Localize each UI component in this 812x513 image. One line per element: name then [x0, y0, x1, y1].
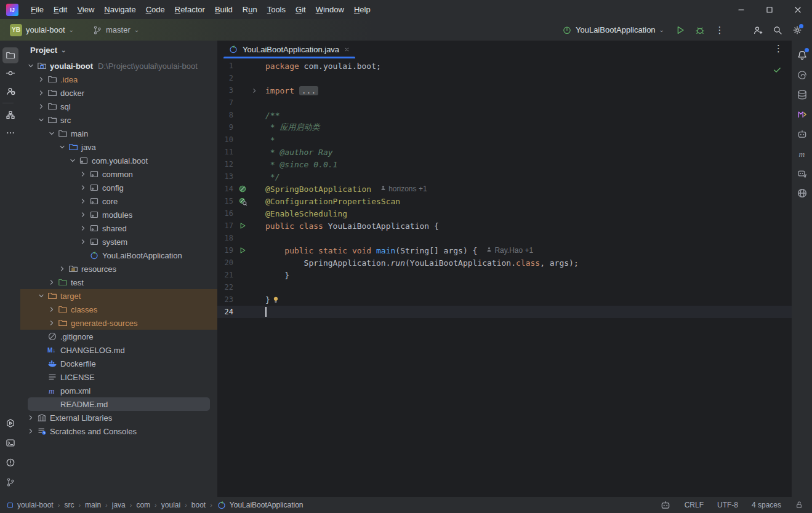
tree-row[interactable]: target — [20, 289, 217, 303]
maximize-button[interactable] — [755, 0, 784, 19]
spring-bean-icon[interactable] — [236, 185, 249, 193]
menu-item-window[interactable]: Window — [311, 2, 349, 17]
code-line[interactable]: 20 SpringApplication.run(YouLaiBootAppli… — [217, 256, 792, 269]
code-author-hint[interactable]: horizons +1 — [380, 185, 427, 193]
menu-item-code[interactable]: Code — [141, 2, 170, 17]
chevron-right-icon[interactable] — [57, 264, 67, 274]
chevron-down-icon[interactable] — [36, 115, 46, 125]
tree-row[interactable]: common — [20, 167, 217, 181]
chevron-down-icon[interactable] — [36, 291, 46, 301]
code-line[interactable]: 17public class YouLaiBootApplication { — [217, 220, 792, 232]
code-line[interactable]: 23} — [217, 293, 792, 306]
tree-row[interactable]: LICENSE — [20, 370, 217, 384]
code-with-me-button[interactable] — [749, 22, 766, 38]
tree-row[interactable]: youlai-bootD:\Project\youlai\youlai-boot — [20, 59, 217, 73]
chevron-down-icon[interactable] — [57, 142, 67, 152]
code-line[interactable]: 14@SpringBootApplicationhorizons +1 — [217, 183, 792, 195]
spring-scan-icon[interactable] — [236, 197, 249, 206]
line-ending-widget[interactable]: CRLF — [685, 501, 704, 509]
chevron-down-icon[interactable] — [25, 61, 36, 71]
menu-item-run[interactable]: Run — [238, 2, 262, 17]
debug-button[interactable] — [691, 22, 709, 38]
tool-stripe-git-branch-button[interactable] — [2, 474, 18, 490]
tool-stripe-ai-robot-button[interactable] — [794, 126, 810, 142]
breadcrumb-item[interactable]: boot — [191, 501, 206, 509]
close-button[interactable] — [784, 0, 812, 19]
tool-stripe-terminal-button[interactable] — [2, 435, 18, 451]
breadcrumb-item[interactable]: main — [85, 501, 101, 509]
code-line[interactable]: 22 — [217, 281, 792, 293]
breadcrumb-item[interactable]: java — [112, 501, 126, 509]
fold-chevron-icon[interactable] — [249, 87, 259, 95]
code-line[interactable]: 8/** — [217, 109, 792, 121]
code-line[interactable]: 16@EnableScheduling — [217, 207, 792, 220]
run-button[interactable] — [672, 22, 689, 38]
chevron-right-icon[interactable] — [46, 304, 57, 314]
code-line[interactable]: 18 — [217, 232, 792, 244]
tree-row[interactable]: classes — [20, 303, 217, 316]
encoding-widget[interactable]: UTF-8 — [717, 501, 738, 509]
chevron-right-icon[interactable] — [25, 413, 36, 423]
menu-item-help[interactable]: Help — [349, 2, 376, 17]
project-panel-header[interactable]: Project ⌄ — [20, 41, 217, 59]
code-editor[interactable]: 1package com.youlai.boot;23import ...78/… — [217, 60, 792, 497]
code-line[interactable]: 7 — [217, 97, 792, 109]
menu-item-build[interactable]: Build — [210, 2, 238, 17]
vcs-branch-widget[interactable]: master ⌄ — [87, 23, 144, 37]
lock-open-icon[interactable] — [795, 501, 803, 509]
search-everywhere-button[interactable] — [769, 22, 786, 38]
tool-stripe-problems-button[interactable] — [2, 455, 18, 471]
tree-row[interactable]: system — [20, 235, 217, 249]
more-actions-button[interactable]: ⋮ — [711, 22, 728, 38]
chevron-right-icon[interactable] — [78, 237, 88, 247]
chevron-right-icon[interactable] — [46, 318, 57, 328]
settings-button[interactable] — [789, 22, 806, 38]
tree-row[interactable]: modules — [20, 208, 217, 221]
menu-item-view[interactable]: View — [72, 2, 99, 17]
code-line[interactable]: 21 } — [217, 269, 792, 281]
tree-row[interactable]: M↓CHANGELOG.md — [20, 343, 217, 357]
intention-lightbulb-icon[interactable] — [271, 295, 280, 304]
tree-row[interactable]: com.youlai.boot — [20, 154, 217, 167]
menu-item-refactor[interactable]: Refactor — [170, 2, 210, 17]
project-widget[interactable]: YB youlai-boot ⌄ — [5, 22, 79, 38]
tree-row[interactable]: External Libraries — [20, 411, 217, 424]
tree-row[interactable]: docker — [20, 86, 217, 100]
breadcrumb-item[interactable]: youlai — [161, 501, 180, 509]
tree-row[interactable]: shared — [20, 221, 217, 235]
menu-item-navigate[interactable]: Navigate — [99, 2, 140, 17]
tree-row[interactable]: resources — [20, 262, 217, 276]
code-line[interactable]: 12 * @since 0.0.1 — [217, 158, 792, 170]
breadcrumb-item[interactable]: com — [136, 501, 150, 509]
chevron-right-icon[interactable] — [78, 210, 88, 220]
tool-stripe-spring-button[interactable] — [794, 67, 810, 83]
run-gutter-icon[interactable] — [236, 221, 249, 230]
tree-row[interactable]: M↓README.md — [20, 397, 217, 411]
editor-tab[interactable]: YouLaiBootApplication.java — [223, 41, 355, 58]
code-line[interactable]: 9 * 应用启动类 — [217, 121, 792, 133]
tool-stripe-database-button[interactable] — [794, 87, 810, 103]
code-line[interactable]: 15@ConfigurationPropertiesScan — [217, 195, 792, 207]
chevron-down-icon[interactable] — [46, 129, 57, 138]
tree-row[interactable]: generated-sources — [20, 316, 217, 330]
tool-stripe-maven-m-button[interactable]: m — [794, 146, 810, 162]
chevron-right-icon[interactable] — [36, 88, 46, 98]
chevron-right-icon[interactable] — [36, 74, 46, 84]
tool-stripe-commit-button[interactable] — [2, 65, 18, 81]
breadcrumb-item[interactable]: YouLaiBootApplication — [217, 500, 303, 510]
tool-stripe-notifications-button[interactable] — [794, 47, 810, 63]
chevron-right-icon[interactable] — [78, 196, 88, 206]
breadcrumb-item[interactable]: src — [64, 501, 74, 509]
code-line[interactable]: 13 */ — [217, 170, 792, 183]
chevron-right-icon[interactable] — [36, 101, 46, 111]
menu-item-git[interactable]: Git — [291, 2, 311, 17]
menu-item-tools[interactable]: Tools — [262, 2, 291, 17]
tree-row[interactable]: mpom.xml — [20, 384, 217, 397]
tool-stripe-community-button[interactable] — [2, 83, 18, 99]
chevron-right-icon[interactable] — [78, 183, 88, 193]
indent-widget[interactable]: 4 spaces — [752, 501, 781, 509]
tool-stripe-services-button[interactable] — [2, 415, 18, 431]
code-line[interactable]: 1package com.youlai.boot; — [217, 60, 792, 72]
tree-row[interactable]: config — [20, 181, 217, 194]
tool-stripe-project-folder-tool-button[interactable] — [2, 47, 18, 63]
